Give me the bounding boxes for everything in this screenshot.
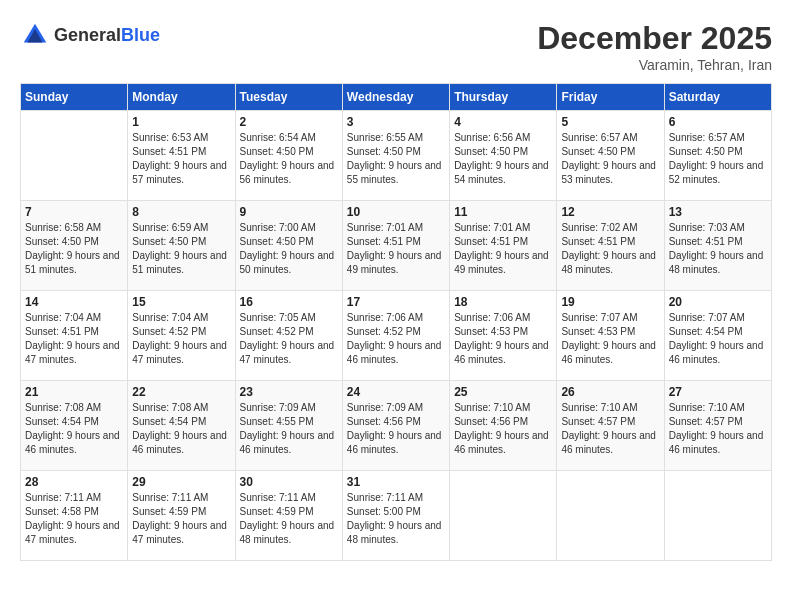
day-info: Sunrise: 7:11 AMSunset: 4:59 PMDaylight:… — [240, 491, 338, 547]
calendar-day-cell: 4Sunrise: 6:56 AMSunset: 4:50 PMDaylight… — [450, 111, 557, 201]
day-info: Sunrise: 7:04 AMSunset: 4:51 PMDaylight:… — [25, 311, 123, 367]
logo: GeneralBlue — [20, 20, 160, 50]
day-number: 1 — [132, 115, 230, 129]
calendar-day-cell: 30Sunrise: 7:11 AMSunset: 4:59 PMDayligh… — [235, 471, 342, 561]
calendar-day-cell: 17Sunrise: 7:06 AMSunset: 4:52 PMDayligh… — [342, 291, 449, 381]
day-number: 25 — [454, 385, 552, 399]
day-number: 22 — [132, 385, 230, 399]
calendar-day-cell: 1Sunrise: 6:53 AMSunset: 4:51 PMDaylight… — [128, 111, 235, 201]
calendar-day-cell — [557, 471, 664, 561]
day-number: 3 — [347, 115, 445, 129]
calendar-day-cell — [450, 471, 557, 561]
day-info: Sunrise: 7:03 AMSunset: 4:51 PMDaylight:… — [669, 221, 767, 277]
day-number: 12 — [561, 205, 659, 219]
page-header: GeneralBlue December 2025 Varamin, Tehra… — [20, 20, 772, 73]
day-info: Sunrise: 7:11 AMSunset: 5:00 PMDaylight:… — [347, 491, 445, 547]
day-number: 11 — [454, 205, 552, 219]
calendar-week-row: 21Sunrise: 7:08 AMSunset: 4:54 PMDayligh… — [21, 381, 772, 471]
calendar-day-cell: 29Sunrise: 7:11 AMSunset: 4:59 PMDayligh… — [128, 471, 235, 561]
day-info: Sunrise: 6:55 AMSunset: 4:50 PMDaylight:… — [347, 131, 445, 187]
day-number: 19 — [561, 295, 659, 309]
calendar-day-cell: 15Sunrise: 7:04 AMSunset: 4:52 PMDayligh… — [128, 291, 235, 381]
day-info: Sunrise: 7:09 AMSunset: 4:56 PMDaylight:… — [347, 401, 445, 457]
calendar-day-cell: 25Sunrise: 7:10 AMSunset: 4:56 PMDayligh… — [450, 381, 557, 471]
day-info: Sunrise: 6:58 AMSunset: 4:50 PMDaylight:… — [25, 221, 123, 277]
calendar-day-cell: 11Sunrise: 7:01 AMSunset: 4:51 PMDayligh… — [450, 201, 557, 291]
weekday-header: Monday — [128, 84, 235, 111]
location-text: Varamin, Tehran, Iran — [537, 57, 772, 73]
day-number: 9 — [240, 205, 338, 219]
day-info: Sunrise: 7:06 AMSunset: 4:53 PMDaylight:… — [454, 311, 552, 367]
calendar-day-cell: 12Sunrise: 7:02 AMSunset: 4:51 PMDayligh… — [557, 201, 664, 291]
day-number: 23 — [240, 385, 338, 399]
calendar-day-cell: 6Sunrise: 6:57 AMSunset: 4:50 PMDaylight… — [664, 111, 771, 201]
day-info: Sunrise: 6:57 AMSunset: 4:50 PMDaylight:… — [561, 131, 659, 187]
day-info: Sunrise: 7:11 AMSunset: 4:59 PMDaylight:… — [132, 491, 230, 547]
day-number: 5 — [561, 115, 659, 129]
calendar-day-cell: 19Sunrise: 7:07 AMSunset: 4:53 PMDayligh… — [557, 291, 664, 381]
weekday-row: SundayMondayTuesdayWednesdayThursdayFrid… — [21, 84, 772, 111]
day-info: Sunrise: 7:11 AMSunset: 4:58 PMDaylight:… — [25, 491, 123, 547]
calendar-day-cell: 24Sunrise: 7:09 AMSunset: 4:56 PMDayligh… — [342, 381, 449, 471]
weekday-header: Saturday — [664, 84, 771, 111]
day-info: Sunrise: 7:04 AMSunset: 4:52 PMDaylight:… — [132, 311, 230, 367]
logo-general-text: General — [54, 25, 121, 45]
day-info: Sunrise: 7:10 AMSunset: 4:56 PMDaylight:… — [454, 401, 552, 457]
day-number: 27 — [669, 385, 767, 399]
day-number: 24 — [347, 385, 445, 399]
month-title: December 2025 — [537, 20, 772, 57]
day-info: Sunrise: 6:57 AMSunset: 4:50 PMDaylight:… — [669, 131, 767, 187]
weekday-header: Tuesday — [235, 84, 342, 111]
calendar-day-cell: 31Sunrise: 7:11 AMSunset: 5:00 PMDayligh… — [342, 471, 449, 561]
calendar-body: 1Sunrise: 6:53 AMSunset: 4:51 PMDaylight… — [21, 111, 772, 561]
day-number: 15 — [132, 295, 230, 309]
day-info: Sunrise: 7:09 AMSunset: 4:55 PMDaylight:… — [240, 401, 338, 457]
calendar-day-cell: 18Sunrise: 7:06 AMSunset: 4:53 PMDayligh… — [450, 291, 557, 381]
calendar-day-cell: 22Sunrise: 7:08 AMSunset: 4:54 PMDayligh… — [128, 381, 235, 471]
logo-icon — [20, 20, 50, 50]
calendar-day-cell: 20Sunrise: 7:07 AMSunset: 4:54 PMDayligh… — [664, 291, 771, 381]
day-number: 8 — [132, 205, 230, 219]
title-section: December 2025 Varamin, Tehran, Iran — [537, 20, 772, 73]
logo-blue-text: Blue — [121, 25, 160, 45]
calendar-day-cell: 10Sunrise: 7:01 AMSunset: 4:51 PMDayligh… — [342, 201, 449, 291]
calendar-day-cell: 26Sunrise: 7:10 AMSunset: 4:57 PMDayligh… — [557, 381, 664, 471]
day-info: Sunrise: 6:54 AMSunset: 4:50 PMDaylight:… — [240, 131, 338, 187]
day-number: 30 — [240, 475, 338, 489]
day-info: Sunrise: 7:01 AMSunset: 4:51 PMDaylight:… — [347, 221, 445, 277]
calendar-week-row: 1Sunrise: 6:53 AMSunset: 4:51 PMDaylight… — [21, 111, 772, 201]
day-number: 10 — [347, 205, 445, 219]
day-number: 17 — [347, 295, 445, 309]
calendar-week-row: 28Sunrise: 7:11 AMSunset: 4:58 PMDayligh… — [21, 471, 772, 561]
day-number: 21 — [25, 385, 123, 399]
day-info: Sunrise: 7:02 AMSunset: 4:51 PMDaylight:… — [561, 221, 659, 277]
day-info: Sunrise: 7:08 AMSunset: 4:54 PMDaylight:… — [25, 401, 123, 457]
calendar-week-row: 7Sunrise: 6:58 AMSunset: 4:50 PMDaylight… — [21, 201, 772, 291]
day-number: 14 — [25, 295, 123, 309]
day-number: 16 — [240, 295, 338, 309]
day-number: 31 — [347, 475, 445, 489]
day-info: Sunrise: 7:05 AMSunset: 4:52 PMDaylight:… — [240, 311, 338, 367]
weekday-header: Thursday — [450, 84, 557, 111]
day-number: 6 — [669, 115, 767, 129]
calendar-day-cell: 2Sunrise: 6:54 AMSunset: 4:50 PMDaylight… — [235, 111, 342, 201]
day-info: Sunrise: 6:53 AMSunset: 4:51 PMDaylight:… — [132, 131, 230, 187]
calendar-day-cell: 16Sunrise: 7:05 AMSunset: 4:52 PMDayligh… — [235, 291, 342, 381]
calendar-day-cell — [664, 471, 771, 561]
calendar-header: SundayMondayTuesdayWednesdayThursdayFrid… — [21, 84, 772, 111]
day-number: 26 — [561, 385, 659, 399]
calendar-day-cell: 5Sunrise: 6:57 AMSunset: 4:50 PMDaylight… — [557, 111, 664, 201]
day-info: Sunrise: 7:01 AMSunset: 4:51 PMDaylight:… — [454, 221, 552, 277]
day-info: Sunrise: 6:59 AMSunset: 4:50 PMDaylight:… — [132, 221, 230, 277]
calendar-day-cell: 9Sunrise: 7:00 AMSunset: 4:50 PMDaylight… — [235, 201, 342, 291]
calendar-day-cell: 3Sunrise: 6:55 AMSunset: 4:50 PMDaylight… — [342, 111, 449, 201]
day-number: 4 — [454, 115, 552, 129]
day-info: Sunrise: 7:08 AMSunset: 4:54 PMDaylight:… — [132, 401, 230, 457]
day-number: 29 — [132, 475, 230, 489]
day-info: Sunrise: 7:10 AMSunset: 4:57 PMDaylight:… — [561, 401, 659, 457]
day-number: 13 — [669, 205, 767, 219]
day-number: 2 — [240, 115, 338, 129]
day-info: Sunrise: 6:56 AMSunset: 4:50 PMDaylight:… — [454, 131, 552, 187]
day-number: 7 — [25, 205, 123, 219]
calendar-day-cell: 23Sunrise: 7:09 AMSunset: 4:55 PMDayligh… — [235, 381, 342, 471]
